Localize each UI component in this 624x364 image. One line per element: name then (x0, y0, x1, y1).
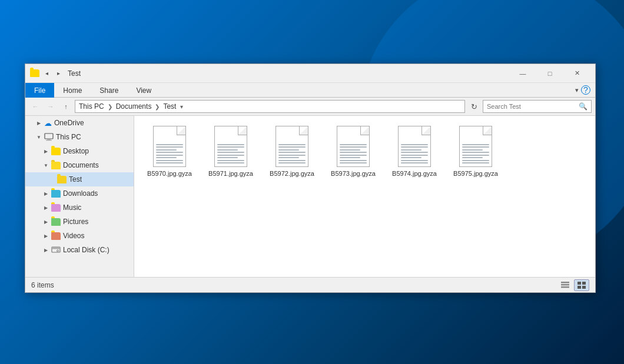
quick-access-icon1[interactable]: ◂ (42, 69, 51, 78)
file-icon-2 (276, 126, 308, 167)
svg-rect-0 (45, 133, 53, 139)
search-input[interactable] (487, 103, 576, 110)
file-item-0[interactable]: B5970.jpg.gyza (140, 122, 199, 182)
file-icon-3 (337, 126, 370, 167)
sidebar: ▶ ☁ OneDrive ▼ This PC ▶ (25, 116, 134, 277)
search-icon: 🔍 (579, 102, 588, 111)
chevron-down-icon: ▾ (575, 86, 579, 94)
forward-button[interactable]: → (44, 100, 57, 113)
sidebar-label-test: Test (69, 175, 82, 183)
file-name-5: B5975.jpg.gyza (453, 169, 498, 178)
file-icon-4 (398, 126, 431, 167)
details-view-button[interactable] (557, 279, 573, 291)
close-button[interactable]: ✕ (563, 64, 590, 83)
view-buttons (557, 279, 589, 291)
sidebar-item-test[interactable]: Test (25, 172, 134, 186)
back-button[interactable]: ← (29, 100, 42, 113)
file-icon-0 (153, 126, 186, 167)
svg-rect-2 (46, 140, 52, 141)
sidebar-item-local-disk[interactable]: ▶ Local Disk (C:) (25, 243, 134, 257)
sidebar-label-desktop: Desktop (63, 147, 89, 155)
file-item-3[interactable]: B5973.jpg.gyza (324, 122, 383, 182)
breadcrumb-test[interactable]: Test (163, 102, 176, 111)
svg-point-5 (57, 250, 59, 252)
doc-lines-4 (401, 144, 428, 164)
ribbon-expand-button[interactable]: ▾ ? (570, 83, 595, 97)
sidebar-label-documents: Documents (63, 161, 99, 169)
expand-arrow-videos: ▶ (43, 233, 49, 239)
refresh-button[interactable]: ↻ (467, 100, 480, 113)
folder-icon-music (51, 204, 61, 212)
tab-file[interactable]: File (25, 83, 54, 98)
sidebar-label-local-disk: Local Disk (C:) (63, 246, 109, 254)
window-folder-icon (30, 69, 39, 77)
help-icon[interactable]: ? (581, 85, 590, 95)
status-bar: 6 items (25, 277, 595, 292)
file-item-5[interactable]: B5975.jpg.gyza (446, 122, 505, 182)
minimize-button[interactable]: — (509, 64, 536, 83)
doc-lines-3 (340, 144, 367, 164)
breadcrumb-documents[interactable]: Documents (116, 102, 152, 111)
sidebar-item-videos[interactable]: ▶ Videos (25, 229, 134, 243)
maximize-button[interactable]: □ (536, 64, 563, 83)
disk-icon (51, 245, 61, 255)
folder-icon-test (57, 176, 67, 183)
expand-arrow-documents: ▼ (43, 163, 49, 168)
address-bar-row: ← → ↑ This PC ❯ Documents ❯ Test ▾ ↻ 🔍 (25, 98, 595, 116)
sidebar-item-downloads[interactable]: ▶ Downloads (25, 186, 134, 201)
title-bar-icons: ◂ ▸ (30, 69, 63, 78)
expand-arrow-onedrive: ▶ (36, 121, 42, 126)
file-area: B5970.jpg.gyza B5971.jpg.gyza (134, 116, 595, 277)
main-content: ▶ ☁ OneDrive ▼ This PC ▶ (25, 116, 595, 277)
sidebar-item-pictures[interactable]: ▶ Pictures (25, 215, 134, 229)
sidebar-label-this-pc: This PC (56, 133, 81, 141)
doc-lines-1 (217, 144, 244, 164)
search-box[interactable]: 🔍 (483, 100, 592, 113)
expand-arrow-music: ▶ (43, 205, 49, 211)
address-input[interactable]: This PC ❯ Documents ❯ Test ▾ (75, 100, 465, 113)
large-icons-view-button[interactable] (574, 279, 589, 291)
folder-icon-pictures (51, 218, 61, 226)
expand-arrow-pictures: ▶ (43, 219, 49, 225)
sidebar-item-onedrive[interactable]: ▶ ☁ OneDrive (25, 116, 134, 130)
file-name-4: B5974.jpg.gyza (392, 169, 437, 178)
svg-rect-10 (582, 282, 586, 285)
svg-rect-11 (577, 286, 581, 289)
doc-lines-5 (462, 144, 489, 164)
file-icon-5 (459, 126, 492, 167)
folder-icon-desktop (51, 148, 61, 155)
sidebar-item-music[interactable]: ▶ Music (25, 201, 134, 215)
quick-access-icon2[interactable]: ▸ (54, 69, 63, 78)
window-controls: — □ ✕ (509, 64, 590, 83)
file-item-1[interactable]: B5971.jpg.gyza (201, 122, 260, 182)
file-name-0: B5970.jpg.gyza (147, 169, 192, 178)
sidebar-item-this-pc[interactable]: ▼ This PC (25, 130, 134, 144)
tab-home[interactable]: Home (54, 83, 91, 98)
sidebar-item-desktop[interactable]: ▶ Desktop (25, 144, 134, 158)
status-items-count: 6 items (31, 281, 557, 289)
doc-lines-2 (278, 144, 306, 164)
breadcrumb-this-pc[interactable]: This PC (79, 102, 104, 111)
sidebar-label-onedrive: OneDrive (54, 119, 84, 127)
up-button[interactable]: ↑ (59, 100, 72, 113)
file-item-4[interactable]: B5974.jpg.gyza (385, 122, 444, 182)
window-title: Test (68, 69, 81, 78)
pc-icon (44, 133, 54, 141)
expand-arrow-this-pc: ▼ (36, 135, 42, 140)
sidebar-label-downloads: Downloads (63, 189, 98, 198)
doc-lines-0 (156, 144, 183, 164)
file-name-1: B5971.jpg.gyza (208, 169, 253, 178)
svg-rect-4 (52, 247, 60, 249)
sidebar-item-documents[interactable]: ▼ Documents (25, 158, 134, 172)
folder-icon-downloads (51, 190, 61, 198)
file-item-2[interactable]: B5972.jpg.gyza (263, 122, 321, 182)
address-dropdown-arrow[interactable]: ▾ (178, 103, 185, 110)
file-explorer-window: ◂ ▸ Test — □ ✕ File Home Share View ▾ ? … (25, 64, 596, 293)
svg-rect-8 (561, 286, 569, 288)
sidebar-label-music: Music (63, 203, 81, 212)
svg-rect-6 (561, 282, 569, 283)
tab-share[interactable]: Share (91, 83, 127, 98)
tab-view[interactable]: View (127, 83, 160, 98)
expand-arrow-local-disk: ▶ (43, 248, 49, 253)
sidebar-label-pictures: Pictures (63, 218, 88, 226)
